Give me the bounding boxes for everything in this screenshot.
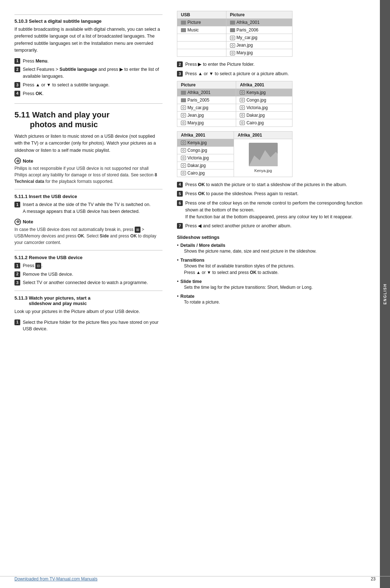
table-row: Paris_2005 Congo.jpg	[177, 96, 292, 104]
section-511-3-title: 5.11.3 Watch your pictures, start a slid…	[14, 295, 162, 306]
step-item: 7 Press ◀ and select another picture or …	[177, 223, 370, 229]
table-row: Afrika_2001 Kenya.jpg	[177, 89, 292, 96]
kenya-preview-label: Kenya.jpg	[238, 168, 289, 173]
step-item: 1 Press Menu.	[14, 58, 162, 65]
note-text-2: In case the USB device does not automati…	[14, 226, 162, 246]
picture-col-header: Picture	[177, 81, 236, 89]
step-num-2: 2	[177, 61, 183, 67]
section-511-2-title: 5.11.2 Remove the USB device	[14, 255, 162, 260]
note-box-1: ⊖ Note Philips is not responsible if you…	[14, 158, 162, 185]
step-num-1: 1	[14, 319, 20, 325]
table-row: My_car.jpg Victoria.jpg	[177, 104, 292, 111]
step-num-3: 3	[14, 280, 20, 286]
table-row: Kenya.jpg Kenya.jpg	[177, 139, 292, 146]
table-row: Mary.jpg Cairo.jpg	[177, 119, 292, 126]
step-item: 3 Select TV or another connected device …	[14, 279, 162, 286]
table-row: My_car.jpg	[177, 34, 292, 42]
step-text-2: Press ▶ to enter the Picture folder.	[185, 61, 370, 68]
slideshow-settings-title: Slideshow settings	[177, 235, 370, 240]
ss-label-details: Details / More details	[181, 243, 225, 248]
section-511-1-steps: 1 Insert a device at the side of the TV …	[14, 201, 162, 215]
table-cell: Victoria.jpg	[177, 154, 234, 162]
step-item: 5 Press OK to pause the slideshow. Press…	[177, 190, 370, 197]
step-num-2: 2	[14, 271, 20, 277]
table-cell: Mary.jpg	[177, 119, 236, 126]
afrika-col-header: Afrika_2001	[236, 81, 292, 89]
step-num-4: 4	[177, 182, 183, 188]
ss-desc-slidetime: Sets the time lag for the picture transi…	[184, 284, 313, 291]
note-icon-1: ⊖	[14, 158, 21, 164]
ss-label-slidetime: Slide time	[181, 279, 202, 284]
footer-bar: Downloaded from TV-Manual.com Manuals 23	[0, 576, 390, 581]
section-510-3-title: 5.10.3 Select a digital subtitle languag…	[14, 18, 162, 24]
table-cell: Dakar.jpg	[177, 162, 234, 169]
step-item: 4 Press OK to watch the picture or to st…	[177, 181, 370, 188]
step-num-1: 1	[14, 263, 20, 269]
slideshow-item-transitions: • Transitions Shows the list of availabl…	[177, 257, 370, 276]
picture-col-header: Picture	[226, 11, 292, 19]
step-text-4: Press OK to watch the picture or to star…	[185, 181, 370, 188]
step-num-4: 4	[14, 91, 20, 96]
step-text-4: Press OK.	[23, 90, 162, 97]
section-510-3-steps: 1 Press Menu. 2 Select Features > Subtit…	[14, 58, 162, 97]
ss-label-rotate: Rotate	[181, 294, 195, 299]
section-511-2-steps: 1 Press ⊟. 2 Remove the USB device. 3 Se…	[14, 262, 162, 286]
note-text-1: Philips is not responsible if your USB d…	[14, 165, 162, 185]
slideshow-item-slidetime: • Slide time Sets the time lag for the p…	[177, 279, 370, 291]
step-text-3: Press ▲ or ▼ to select a subtitle langua…	[23, 82, 162, 89]
side-tab-label: ENGLISH	[383, 283, 387, 304]
section-511-1-title: 5.11.1 Insert the USB device	[14, 194, 162, 199]
section-511-3-steps: 1 Select the Picture folder for the pict…	[14, 319, 162, 333]
table-cell: Victoria.jpg	[236, 104, 292, 111]
step-text-6: Press one of the colour keys on the remo…	[185, 200, 370, 220]
ss-desc-details: Shows the picture name, date, size and n…	[184, 248, 317, 254]
usb-col-header: USB	[177, 11, 226, 19]
step-num-3: 3	[177, 71, 183, 77]
note-title-1: Note	[23, 158, 33, 164]
step-text-2: Select Features > Subtitle language and …	[23, 66, 162, 80]
table-cell: Music	[177, 26, 226, 34]
bullet-icon: •	[177, 279, 179, 284]
table-cell	[177, 42, 226, 49]
table-cell: Paris_2005	[177, 96, 236, 104]
table-cell: Cairo.jpg	[177, 169, 234, 177]
side-tab: ENGLISH	[380, 0, 390, 588]
table-row: Mary.jpg	[177, 49, 292, 57]
table-cell: Congo.jpg	[177, 146, 234, 154]
slideshow-item-details: • Details / More details Shows the pictu…	[177, 243, 370, 254]
bullet-icon: •	[177, 243, 179, 248]
step-item: 6 Press one of the colour keys on the re…	[177, 200, 370, 220]
step-text-1: Insert a device at the side of the TV wh…	[23, 201, 162, 215]
table-row: Jean.jpg	[177, 42, 292, 49]
table-cell: Afrika_2001	[226, 19, 292, 26]
table-cell: Jean.jpg	[177, 111, 236, 119]
step-item: 2 Remove the USB device.	[14, 271, 162, 278]
step-text-1: Press Menu.	[23, 58, 162, 65]
afrika-col-header-2: Afrika_2001	[177, 131, 234, 139]
step-num-3: 3	[14, 82, 20, 88]
footer-link[interactable]: Downloaded from TV-Manual.com Manuals	[14, 576, 98, 581]
step-item: 3 Press ▲ or ▼ to select a picture or a …	[177, 70, 370, 77]
slideshow-item-rotate: • Rotate To rotate a picture.	[177, 293, 370, 305]
right-steps-top: 2 Press ▶ to enter the Picture folder. 3…	[177, 61, 370, 77]
afrika-col-header-3: Afrika_2001	[234, 131, 292, 139]
step-item: 1 Select the Picture folder for the pict…	[14, 319, 162, 333]
slideshow-settings: Slideshow settings • Details / More deta…	[177, 235, 370, 305]
table-cell: Afrika_2001	[177, 89, 236, 96]
table-cell: Congo.jpg	[236, 96, 292, 104]
table-cell: Mary.jpg	[226, 49, 292, 57]
table-cell: Paris_2006	[226, 26, 292, 34]
usb-picture-table: USB Picture Picture Afrika_2001 Music	[177, 11, 292, 57]
table-cell	[177, 49, 226, 57]
ss-desc-transitions: Shows the list of available transition s…	[184, 263, 295, 276]
table-row: Jean.jpg Dakar.jpg	[177, 111, 292, 119]
table-cell: Cairo.jpg	[236, 119, 292, 126]
bullet-icon: •	[177, 257, 179, 263]
table-cell: Jean.jpg	[226, 42, 292, 49]
step-item: 1 Insert a device at the side of the TV …	[14, 201, 162, 215]
table-cell: My_car.jpg	[226, 34, 292, 42]
page-number: 23	[371, 576, 376, 581]
step-text-3: Press ▲ or ▼ to select a picture or a pi…	[185, 70, 370, 77]
table-cell: Kenya.jpg	[177, 139, 234, 146]
step-item: 1 Press ⊟.	[14, 262, 162, 269]
